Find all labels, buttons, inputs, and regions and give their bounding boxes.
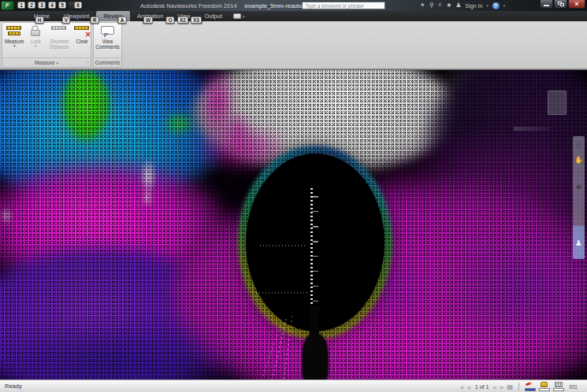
- search-binoculars-icon[interactable]: ⚭: [420, 2, 425, 9]
- sheet-browser-icon[interactable]: ▤: [507, 383, 514, 390]
- qat-button-2[interactable]: [27, 1, 36, 9]
- window-title: Autodesk Navisworks Freedom 2014 example…: [140, 0, 316, 11]
- restore-icon-back: [560, 3, 564, 6]
- web-progress-indicator: [553, 382, 564, 391]
- qat-button-3[interactable]: [37, 1, 46, 9]
- tab-animation[interactable]: Animation: [130, 11, 170, 21]
- navisworks-window: F Autodesk Navisworks Freedom 2014 examp…: [0, 0, 587, 392]
- viewcube-ghost[interactable]: [548, 91, 567, 115]
- mast-base-shadow: [302, 333, 329, 379]
- disk-icon: [541, 382, 548, 387]
- web-progress-bar: [553, 388, 564, 391]
- help-glyph: ?: [494, 3, 497, 9]
- ribbon-display-caret-icon: ▾: [243, 14, 245, 19]
- navigation-bar: ◎ ✋ • ◉ ♟: [573, 136, 585, 259]
- tab-review[interactable]: Review: [96, 11, 130, 21]
- comments-panel-footer: Comments: [94, 57, 121, 67]
- measure-panel: Measure ▾ Lock ▾ Shortest Distance: [2, 22, 91, 68]
- help-button[interactable]: ?: [492, 2, 500, 9]
- view-comments-button[interactable]: View Comments: [94, 23, 121, 58]
- steering-wheel-icon[interactable]: ◎: [576, 141, 582, 149]
- ribbon-display-button[interactable]: ▾: [229, 11, 249, 21]
- app-name: Autodesk Navisworks Freedom 2014: [140, 2, 237, 9]
- zoom-icon[interactable]: •: [578, 171, 581, 176]
- panel-launcher-icon[interactable]: ˅: [87, 61, 89, 66]
- app-logo-letter: F: [6, 2, 9, 9]
- favorites-star-icon[interactable]: ★: [446, 2, 451, 9]
- search-expander-icon[interactable]: ▸: [296, 2, 299, 9]
- pencil-progress-bar: [525, 388, 536, 391]
- quick-access-toolbar: [17, 1, 81, 9]
- application-menu-button[interactable]: F: [1, 1, 14, 10]
- subscription-key-icon[interactable]: ⚲: [429, 2, 434, 9]
- shortest-distance-button[interactable]: Shortest Distance: [45, 23, 73, 58]
- comments-panel-title: Comments: [95, 60, 120, 65]
- pencil-progress-indicator: [525, 382, 536, 391]
- infocenter: ⚭ ⚲ ⚡ ★ ♟ Sign In ▾ ? ▾: [420, 0, 505, 11]
- view-comments-label: View Comments: [94, 39, 121, 50]
- measure-panel-caret-icon: ▾: [56, 61, 58, 65]
- sign-in-caret-icon[interactable]: ▾: [486, 3, 489, 8]
- lock-body: [31, 30, 40, 36]
- web-server-icon: [555, 382, 563, 387]
- tab-home[interactable]: Home: [27, 11, 57, 21]
- ribbon-tab-strip: Home Viewpoint Review Animation View Out…: [0, 11, 587, 21]
- close-button[interactable]: ×: [568, 0, 585, 9]
- status-bar-right: ◀ ◀ 1 of 1 ▶ ▶ ▤ 931: [460, 380, 578, 392]
- measure-caret-icon: ▾: [13, 44, 16, 48]
- tab-output[interactable]: Output: [197, 11, 229, 21]
- gray-ruler-bar: [51, 26, 66, 30]
- viewport[interactable]: ◎ ✋ • ◉ ♟: [0, 69, 587, 379]
- clear-button-label: Clear: [76, 39, 87, 44]
- qat-button-4[interactable]: [47, 1, 57, 9]
- qat-customize-button[interactable]: [68, 1, 81, 9]
- lock-caret-icon: ▾: [35, 44, 37, 48]
- lock-icon: [28, 25, 45, 37]
- previous-sheet-button[interactable]: ◀: [466, 384, 470, 390]
- comments-panel-body: View Comments: [94, 23, 121, 58]
- restore-button[interactable]: [554, 0, 567, 9]
- qat-button-5[interactable]: [58, 1, 67, 9]
- help-caret-icon[interactable]: ▾: [503, 3, 506, 8]
- minimize-button[interactable]: [540, 0, 553, 9]
- shortest-distance-label: Shortest Distance: [45, 39, 73, 50]
- measure-panel-body: Measure ▾ Lock ▾ Shortest Distance: [2, 23, 91, 58]
- next-sheet-button[interactable]: ▶: [493, 384, 497, 390]
- viewcube-home-ghost: [514, 127, 550, 131]
- qat-button-1[interactable]: [17, 1, 26, 9]
- sheet-page-indicator: 1 of 1: [475, 384, 489, 390]
- ruler-bar-bottom: [8, 31, 20, 35]
- lock-button[interactable]: Lock ▾: [27, 23, 46, 58]
- search-input[interactable]: [302, 2, 385, 9]
- measure-panel-title: Measure: [35, 60, 54, 65]
- bubble-shape: [101, 26, 114, 35]
- ribbon-display-icon: [233, 13, 241, 19]
- status-message: Ready: [5, 383, 22, 390]
- status-separator: [518, 383, 519, 390]
- clear-button[interactable]: × Clear: [73, 23, 91, 58]
- tab-viewpoint[interactable]: Viewpoint: [57, 11, 96, 21]
- user-icon[interactable]: ♟: [455, 2, 461, 9]
- ribbon: Measure ▾ Lock ▾ Shortest Distance: [0, 21, 587, 69]
- orbit-icon[interactable]: ◉: [576, 183, 582, 190]
- disk-progress-indicator: [539, 382, 550, 391]
- first-sheet-button[interactable]: ◀: [460, 384, 464, 390]
- sign-in-button[interactable]: Sign In: [466, 3, 483, 9]
- window-controls: ×: [540, 0, 585, 9]
- faint-scan-mark-upper: [260, 245, 307, 246]
- minimize-icon: [544, 5, 549, 6]
- close-icon: ×: [574, 1, 578, 8]
- measure-panel-footer[interactable]: Measure ▾ ˅: [2, 57, 91, 67]
- comments-panel: View Comments Comments: [93, 22, 122, 68]
- faint-scan-mark-lower: [256, 292, 307, 294]
- clear-measure-icon: ×: [73, 25, 91, 37]
- communication-center-icon[interactable]: ⚡: [438, 2, 443, 9]
- ruler-bar-top: [6, 26, 21, 30]
- tab-view[interactable]: View: [170, 11, 197, 21]
- pan-hand-icon[interactable]: ✋: [574, 156, 583, 164]
- memory-indicator: 931: [569, 384, 578, 390]
- walk-icon[interactable]: ♟: [573, 226, 585, 259]
- last-sheet-button[interactable]: ▶: [500, 384, 504, 390]
- measure-button[interactable]: Measure ▾: [2, 23, 27, 58]
- measure-ruler-icon: [6, 25, 23, 37]
